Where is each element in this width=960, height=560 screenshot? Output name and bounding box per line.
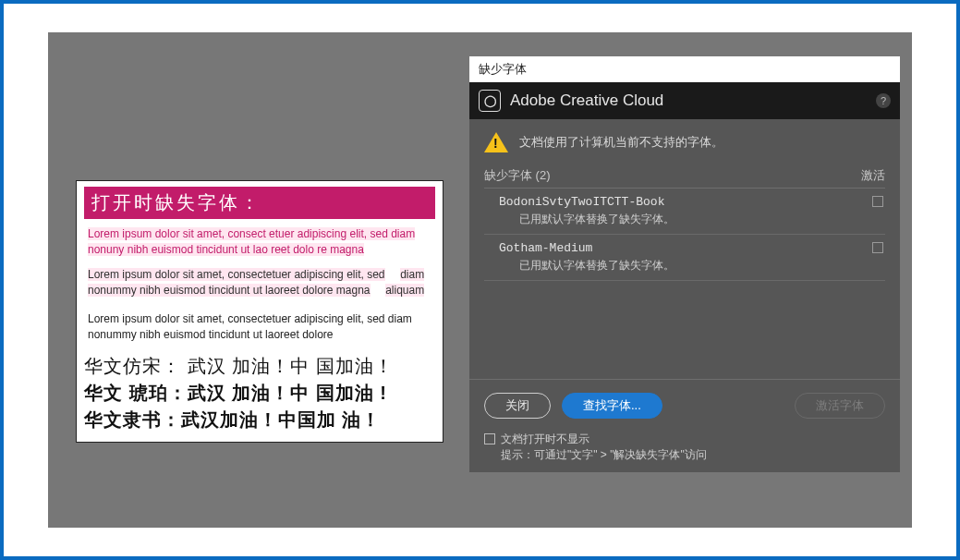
creative-cloud-icon: ◯	[479, 90, 501, 112]
find-fonts-button[interactable]: 查找字体...	[562, 393, 662, 419]
tutorial-frame: 打开时缺失字体： Lorem ipsum dolor sit amet, con…	[0, 0, 960, 560]
font-status: 已用默认字体替换了缺失字体。	[499, 258, 885, 274]
font-name: BodoniSvtyTwoITCTT-Book	[499, 195, 885, 209]
missing-fonts-dialog: 缺少字体 ◯ Adobe Creative Cloud ? 文档使用了计算机当前…	[469, 56, 900, 472]
cjk-samples: 华文仿宋： 武汉 加油！中 国加油！ 华文 琥珀：武汉 加油！中 国加油 ! 华…	[84, 354, 435, 432]
font-name: Gotham-Medium	[499, 241, 885, 255]
help-icon[interactable]: ?	[876, 93, 891, 108]
cjk-row: 华文 琥珀：武汉 加油！中 国加油 !	[84, 381, 435, 406]
cjk-row: 华文仿宋： 武汉 加油！中 国加油！	[84, 354, 435, 379]
cjk-row: 华文隶书：武汉加油！中国加 油！	[84, 408, 435, 432]
font-list-header: 缺少字体 (2) 激活	[484, 167, 885, 189]
dont-show-checkbox[interactable]	[484, 433, 495, 444]
divider	[469, 379, 900, 380]
list-header-right: 激活	[861, 167, 885, 184]
dialog-body: 文档使用了计算机当前不支持的字体。 缺少字体 (2) 激活 BodoniSvty…	[469, 119, 900, 472]
activate-fonts-button: 激活字体	[795, 393, 885, 419]
app-canvas: 打开时缺失字体： Lorem ipsum dolor sit amet, con…	[48, 32, 912, 528]
font-row: BodoniSvtyTwoITCTT-Book 已用默认字体替换了缺失字体。	[484, 189, 885, 235]
activate-checkbox[interactable]	[872, 242, 883, 253]
font-row: Gotham-Medium 已用默认字体替换了缺失字体。	[484, 235, 885, 281]
doc-banner: 打开时缺失字体：	[84, 187, 435, 219]
warning-icon	[484, 132, 508, 152]
warning-row: 文档使用了计算机当前不支持的字体。	[484, 132, 885, 152]
dialog-footer: 文档打开时不显示 提示：可通过"文字" > "解决缺失字体"访问	[484, 432, 885, 463]
hint-text: 提示：可通过"文字" > "解决缺失字体"访问	[501, 447, 707, 463]
dont-show-label: 文档打开时不显示	[501, 432, 707, 447]
button-row: 关闭 查找字体... 激活字体	[484, 393, 885, 419]
doc-paragraph-3: Lorem ipsum dolor sit amet, consectetuer…	[84, 310, 435, 345]
doc-paragraph-1: Lorem ipsum dolor sit amet, consect etue…	[84, 225, 435, 260]
creative-cloud-label: Adobe Creative Cloud	[510, 91, 663, 110]
activate-checkbox[interactable]	[872, 196, 883, 207]
list-header-left: 缺少字体 (2)	[484, 167, 551, 184]
close-button[interactable]: 关闭	[484, 393, 551, 419]
font-status: 已用默认字体替换了缺失字体。	[499, 212, 885, 227]
dialog-title: 缺少字体	[469, 56, 900, 82]
doc-paragraph-2: Lorem ipsum dolor sit amet, consectetuer…	[84, 265, 435, 301]
warning-text: 文档使用了计算机当前不支持的字体。	[519, 134, 723, 151]
document-preview: 打开时缺失字体： Lorem ipsum dolor sit amet, con…	[76, 180, 444, 443]
creative-cloud-header: ◯ Adobe Creative Cloud ?	[469, 82, 900, 119]
